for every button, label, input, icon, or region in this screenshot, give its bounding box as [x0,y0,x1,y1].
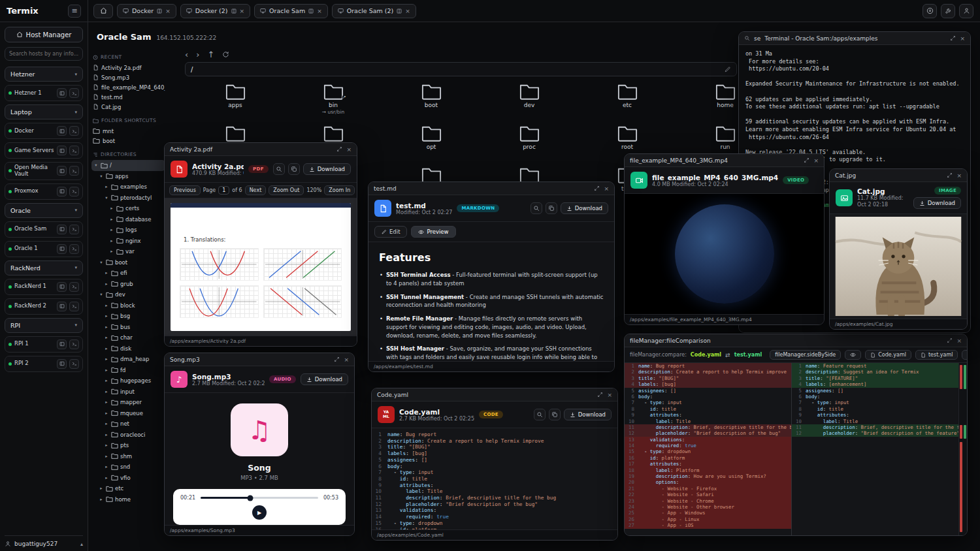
image-view[interactable] [830,214,967,319]
diff-left-pane[interactable]: 1name: Bug report2description: Create a … [625,363,792,535]
tree-item-home[interactable]: ▸home [91,494,165,505]
close-icon[interactable]: × [956,172,962,179]
copy-icon[interactable] [549,409,561,420]
chevron-right-icon[interactable]: ▸ [104,335,109,340]
file-manager-icon[interactable] [57,339,67,349]
settings-wrench-icon[interactable] [941,4,955,18]
grid-folder-apps[interactable]: apps [186,80,284,121]
host-item-oracle-1[interactable]: Oracle 1 [5,241,83,257]
host-manager-button[interactable]: Host Manager [5,27,83,42]
open-right-file-button[interactable]: test.yaml [915,350,958,360]
tree-item-database[interactable]: ▸database [91,214,165,225]
host-item-racknerd-2[interactable]: RackNerd 2 [5,298,83,315]
chevron-down-icon[interactable]: ▾ [104,195,109,200]
diff-right-pane[interactable]: 1name: Feature request2description: Sugg… [792,363,958,535]
tree-item-var[interactable]: ▸var [91,246,165,257]
recent-file-test-md[interactable]: test.md [91,92,165,102]
chevron-down-icon[interactable]: ▾ [99,260,104,265]
file-manager-icon[interactable] [57,244,67,254]
split-view-icon[interactable] [157,8,162,14]
file-manager-icon[interactable] [57,282,67,292]
tab-docker[interactable]: Docker× [117,4,176,18]
close-icon[interactable]: × [960,35,965,42]
recent-file-file-example-mp4-640-3mg[interactable]: file_example_MP4_640_3MG... [91,82,165,92]
edit-path-icon[interactable] [725,66,731,72]
file-manager-icon[interactable] [57,359,67,369]
chevron-right-icon[interactable]: ▸ [104,356,109,362]
tree-item-vfio[interactable]: ▸vfio [91,473,165,484]
chevron-right-icon[interactable]: ▸ [104,464,109,469]
search-icon[interactable] [534,409,546,420]
chevron-down-icon[interactable]: ▾ [99,174,104,179]
terminal-icon[interactable] [69,302,79,311]
window-titlebar[interactable]: Activity 2a.pdf × [165,143,357,156]
recent-file-activity-2a-pdf[interactable]: Activity 2a.pdf [91,63,165,72]
chevron-right-icon[interactable]: ▸ [104,303,109,308]
split-view-icon[interactable] [397,8,402,14]
tree-item-bus[interactable]: ▸bus [91,322,165,333]
tree-item-mqueue[interactable]: ▸mqueue [91,408,165,419]
tab-oracle-sam[interactable]: Oracle Sam× [254,4,328,18]
host-search-input[interactable] [9,51,78,57]
close-icon[interactable]: × [344,356,349,363]
chevron-right-icon[interactable]: ▸ [99,497,104,502]
tree-item-oracleoci[interactable]: ▸oracleoci [91,430,165,441]
host-item-rpi-2[interactable]: RPI 2 [5,356,83,372]
host-group-racknerd[interactable]: RackNerd▾ [5,260,83,276]
file-manager-icon[interactable] [57,126,67,136]
file-manager-icon[interactable] [57,225,67,234]
host-search[interactable] [5,47,83,61]
tree-item-apps[interactable]: ▾apps [91,171,165,182]
chevron-right-icon[interactable]: ▸ [99,486,104,491]
tree-item-disk[interactable]: ▸disk [91,343,165,354]
terminal-icon[interactable] [69,88,79,98]
open-left-file-button[interactable]: Code.yaml [865,350,911,360]
chevron-right-icon[interactable]: ▸ [109,206,114,211]
copy-icon[interactable] [546,202,557,214]
terminal-icon[interactable] [69,339,79,349]
tree-item-dma-heap[interactable]: ▸dma_heap [91,354,165,365]
update-icon[interactable] [923,4,937,18]
tree-item-[interactable]: ▾/ [91,160,165,171]
chevron-right-icon[interactable]: ▸ [104,313,109,319]
host-group-laptop[interactable]: Laptop▾ [5,104,83,119]
tab-oracle-sam-2[interactable]: Oracle Sam (2)× [332,4,416,18]
search-icon[interactable] [273,163,285,175]
markdown-preview[interactable]: Features SSH Terminal Access - Full-feat… [368,242,614,361]
split-view-icon[interactable] [308,8,314,14]
recent-file-song-mp3[interactable]: Song.mp3 [91,72,165,82]
host-group-hetzner[interactable]: Hetzner▾ [5,67,83,82]
progress-thumb[interactable] [247,495,253,501]
chevron-right-icon[interactable]: ▸ [109,217,114,222]
grid-folder-opt[interactable]: opt [382,121,480,163]
sidebar-toggle-icon[interactable]: ≡ [68,5,81,18]
close-icon[interactable]: × [607,392,612,398]
file-manager-icon[interactable] [57,88,67,98]
file-manager-icon[interactable] [57,146,67,155]
next-page-button[interactable]: Next [245,185,267,195]
chevron-right-icon[interactable]: ▸ [104,411,109,416]
expand-icon[interactable] [334,356,340,362]
grid-folder-proc[interactable]: proc [480,121,578,163]
close-icon[interactable]: × [956,338,962,344]
grid-folder-dev[interactable]: dev [480,80,578,121]
chevron-right-icon[interactable]: ▸ [104,421,109,426]
grid-folder-bin[interactable]: ↗bin→ usr/bin [284,80,382,121]
grid-folder-boot[interactable]: boot [382,80,480,121]
tree-item-nginx[interactable]: ▸nginx [91,236,165,247]
edit-tab[interactable]: Edit [374,226,407,238]
close-icon[interactable]: × [604,185,609,192]
host-item-oracle-sam[interactable]: Oracle Sam [5,221,83,238]
terminal-icon[interactable] [69,359,79,369]
search-icon[interactable] [744,35,750,41]
tree-item-shm[interactable]: ▸shm [91,451,165,462]
close-tab-icon[interactable]: × [405,8,410,14]
chevron-right-icon[interactable]: ▸ [109,238,114,244]
chevron-right-icon[interactable]: ▸ [109,227,114,232]
chevron-right-icon[interactable]: ▸ [104,378,109,383]
back-icon[interactable]: ‹ [185,50,188,59]
host-item-proxmox[interactable]: Proxmox [5,183,83,200]
tree-item-hugepages[interactable]: ▸hugepages [91,375,165,386]
tree-item-fd[interactable]: ▸fd [91,365,165,376]
expand-icon[interactable] [594,185,600,191]
